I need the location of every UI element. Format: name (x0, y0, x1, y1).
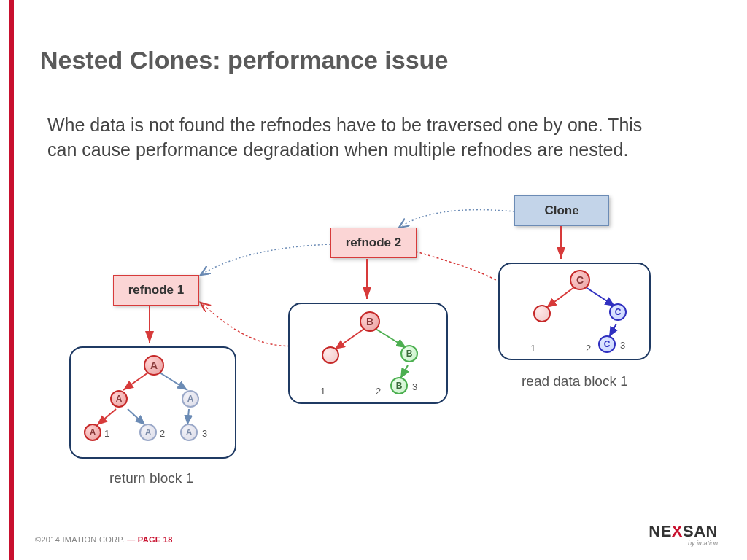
num-3-b: 3 (412, 381, 417, 392)
page-label: PAGE (138, 535, 161, 544)
svg-line-5 (609, 324, 616, 337)
footer-dash: — (127, 535, 135, 544)
logo-e: E (661, 522, 672, 540)
svg-line-11 (97, 409, 116, 425)
footer: ©2014 IMATION CORP. — PAGE 18 (35, 535, 173, 544)
node-empty-left (533, 305, 551, 322)
node-c-leaf: C (598, 335, 616, 353)
body-paragraph: Whe data is not found the refnodes have … (47, 113, 667, 163)
logo-n: N (649, 522, 660, 540)
svg-line-3 (546, 287, 574, 308)
diagram: Clone refnode 2 refnode 1 C C C 1 2 3 re… (40, 190, 711, 503)
node-c-right: C (609, 303, 627, 321)
node-a-1: A (84, 424, 101, 441)
num-1-b: 1 (320, 386, 325, 397)
node-b-root: B (360, 311, 380, 332)
caption-left: return block 1 (109, 470, 193, 486)
page-number: 18 (163, 535, 173, 544)
logo-n2: N (706, 522, 718, 540)
node-a-root: A (144, 355, 164, 376)
svg-line-6 (335, 329, 364, 349)
node-b-leaf: B (390, 377, 408, 394)
num-1-a: 1 (104, 428, 109, 439)
node-a-r: A (182, 390, 199, 408)
refnode2-box: refnode 2 (330, 228, 417, 258)
clone-box: Clone (514, 195, 609, 226)
node-a-3: A (180, 424, 198, 441)
brand-logo: NEXSAN by imation (649, 522, 718, 547)
num-2-a: 2 (160, 428, 165, 439)
node-b-empty (322, 346, 339, 364)
node-c-root: C (570, 270, 590, 290)
num-2-b: 2 (376, 386, 381, 397)
refnode1-subtree: A A A A A A 1 2 3 (69, 346, 236, 459)
svg-line-10 (160, 373, 187, 390)
logo-a: A (694, 522, 705, 540)
num-3: 3 (620, 340, 625, 351)
node-a-2: A (139, 424, 157, 441)
clone-subtree: C C C 1 2 3 (498, 262, 651, 360)
svg-line-9 (123, 373, 148, 390)
svg-line-12 (128, 409, 145, 425)
svg-line-13 (187, 409, 189, 425)
slide-title: Nested Clones: performance issue (40, 46, 448, 74)
node-a-l: A (110, 390, 128, 408)
logo-x: X (672, 522, 683, 540)
node-b-right: B (400, 345, 418, 362)
caption-right: read data block 1 (522, 373, 628, 389)
refnode2-subtree: B B B 1 2 3 (288, 303, 448, 404)
num-3-a: 3 (202, 428, 207, 439)
svg-line-7 (376, 329, 406, 348)
copyright: ©2014 IMATION CORP. (35, 535, 125, 544)
num-1: 1 (530, 343, 535, 354)
accent-bar (9, 0, 14, 560)
svg-line-8 (400, 365, 408, 378)
num-2: 2 (586, 343, 591, 354)
refnode1-box: refnode 1 (113, 275, 199, 306)
logo-s: S (683, 522, 694, 540)
svg-line-4 (586, 287, 615, 306)
